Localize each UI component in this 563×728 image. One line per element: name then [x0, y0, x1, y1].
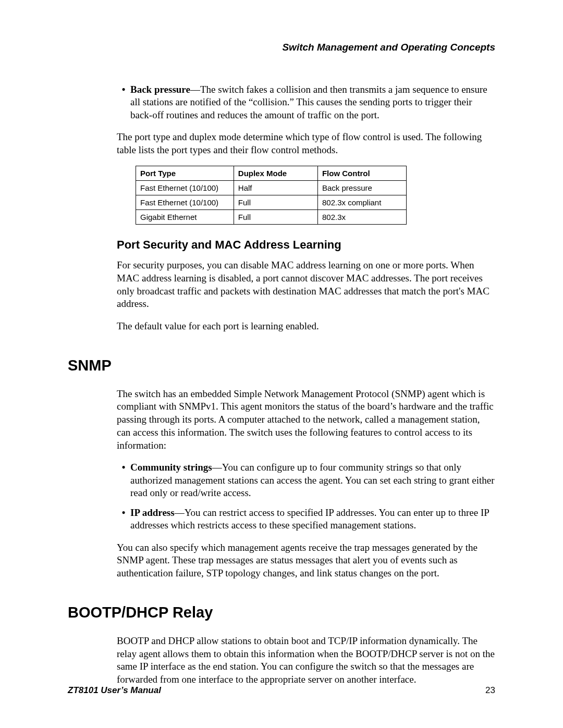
- td-port-type: Gigabit Ethernet: [136, 210, 234, 225]
- bootp-p1: BOOTP and DHCP allow stations to obtain …: [117, 635, 495, 686]
- td-flow-control: 802.3x compliant: [317, 195, 406, 210]
- term-community-strings: Community strings: [130, 462, 212, 473]
- td-flow-control: Back pressure: [317, 181, 406, 195]
- td-duplex-mode: Full: [234, 195, 317, 210]
- heading-port-security: Port Security and MAC Address Learning: [117, 238, 495, 252]
- td-flow-control: 802.3x: [317, 210, 406, 225]
- table-header-row: Port Type Duplex Mode Flow Control: [136, 166, 407, 181]
- snmp-p1: The switch has an embedded Simple Networ…: [117, 388, 495, 452]
- portsec-p2: The default value for each port is learn…: [117, 320, 495, 333]
- heading-bootp-dhcp: BOOTP/DHCP Relay: [68, 604, 495, 621]
- footer-page-number: 23: [485, 685, 495, 696]
- td-duplex-mode: Half: [234, 181, 317, 195]
- flow-control-intro: The port type and duplex mode determine …: [117, 131, 495, 156]
- heading-snmp: SNMP: [68, 357, 495, 374]
- bullet-community-strings: Community strings—You can configure up t…: [130, 461, 495, 499]
- td-duplex-mode: Full: [234, 210, 317, 225]
- footer-manual-title: ZT8101 User’s Manual: [68, 685, 161, 696]
- table-row: Fast Ethernet (10/100) Full 802.3x compl…: [136, 195, 407, 210]
- portsec-p1: For security purposes, you can disable M…: [117, 259, 495, 311]
- snmp-p2: You can also specify which management ag…: [117, 541, 495, 580]
- bullet-ip-address: IP address—You can restrict access to sp…: [130, 507, 495, 532]
- th-duplex-mode: Duplex Mode: [234, 166, 317, 181]
- bullet-back-pressure: Back pressure—The switch fakes a collisi…: [130, 83, 495, 121]
- table-row: Gigabit Ethernet Full 802.3x: [136, 210, 407, 225]
- running-header: Switch Management and Operating Concepts: [68, 42, 495, 53]
- term-back-pressure: Back pressure: [130, 84, 190, 95]
- td-port-type: Fast Ethernet (10/100): [136, 181, 234, 195]
- flow-control-table: Port Type Duplex Mode Flow Control Fast …: [136, 166, 407, 225]
- table-row: Fast Ethernet (10/100) Half Back pressur…: [136, 181, 407, 195]
- term-ip-address: IP address: [130, 507, 175, 518]
- page-footer: ZT8101 User’s Manual 23: [68, 685, 495, 696]
- td-port-type: Fast Ethernet (10/100): [136, 195, 234, 210]
- th-port-type: Port Type: [136, 166, 234, 181]
- text-ip-address: —You can restrict access to specified IP…: [130, 507, 489, 530]
- th-flow-control: Flow Control: [317, 166, 406, 181]
